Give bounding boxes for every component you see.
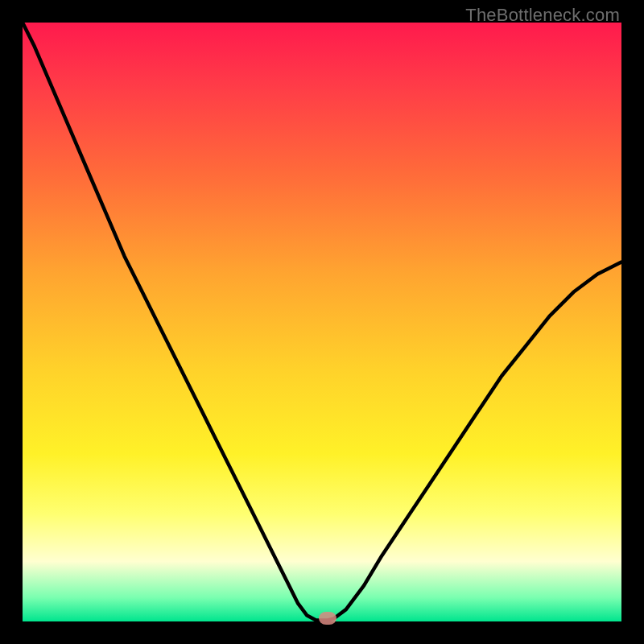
watermark-text: TheBottleneck.com	[465, 5, 620, 26]
chart-frame: TheBottleneck.com	[0, 0, 644, 644]
optimal-point-marker	[319, 612, 336, 625]
plot-area	[23, 23, 621, 621]
bottleneck-curve	[23, 23, 621, 621]
